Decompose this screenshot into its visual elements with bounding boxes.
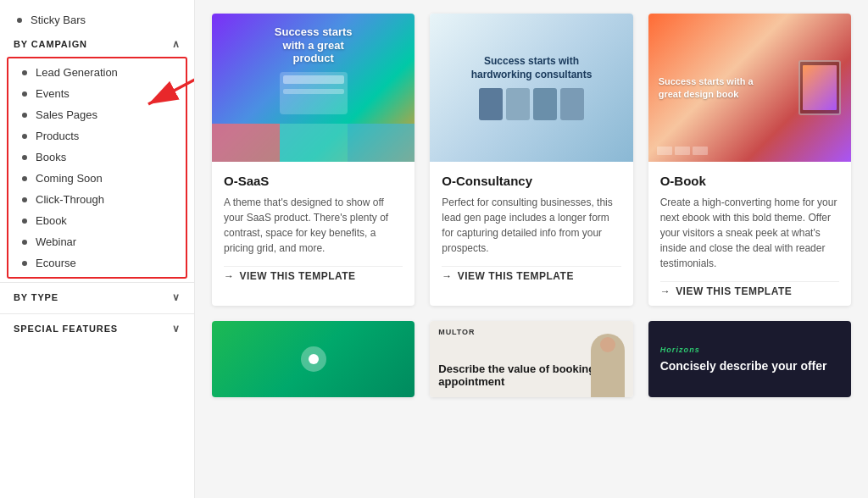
book-cta-label: VIEW THIS TEMPLATE bbox=[676, 285, 792, 297]
bullet-icon bbox=[22, 70, 27, 75]
green-circle-icon bbox=[301, 346, 326, 372]
template-image-book: Success starts with a great design book bbox=[648, 14, 851, 162]
sidebar: Sticky Bars BY CAMPAIGN ∧ bbox=[0, 0, 195, 498]
consultancy-people-graphic bbox=[479, 88, 584, 120]
bullet-icon bbox=[22, 197, 27, 202]
sidebar-label-click-through: Click-Through bbox=[36, 193, 104, 206]
sidebar-item-webinar[interactable]: Webinar bbox=[8, 231, 186, 252]
saas-card-title: O-SaaS bbox=[224, 174, 403, 188]
bullet-icon bbox=[22, 134, 27, 139]
campaign-items-list: Lead Generation Events Sales Pages Produ… bbox=[8, 58, 186, 277]
sidebar-label-events: Events bbox=[36, 87, 70, 100]
book-card-title: O-Book bbox=[660, 174, 839, 188]
book-card-description: Create a high-converting home for your n… bbox=[660, 195, 839, 271]
consultancy-cta-label: VIEW THIS TEMPLATE bbox=[458, 270, 574, 282]
bullet-icon bbox=[22, 155, 27, 160]
templates-grid: Success startswith a greatproduct O-SaaS… bbox=[212, 14, 851, 306]
book-view-template-link[interactable]: → VIEW THIS TEMPLATE bbox=[660, 281, 839, 297]
saas-card-description: A theme that's designed to show off your… bbox=[224, 195, 403, 256]
bullet-icon bbox=[17, 18, 22, 23]
sidebar-by-campaign-header[interactable]: BY CAMPAIGN ∧ bbox=[0, 31, 194, 57]
sidebar-label-ebook: Ebook bbox=[36, 214, 67, 227]
sidebar-item-products[interactable]: Products bbox=[8, 125, 186, 147]
bullet-icon bbox=[22, 261, 27, 266]
sidebar-label-sticky-bars: Sticky Bars bbox=[31, 14, 86, 26]
sidebar-label-products: Products bbox=[36, 130, 79, 142]
arrow-right-icon-2: → bbox=[442, 270, 452, 282]
consultancy-card-description: Perfect for consulting businesses, this … bbox=[442, 195, 620, 256]
bottom-card-multor: MULTOR Describe the value of booking an … bbox=[430, 321, 632, 397]
sidebar-item-ebook[interactable]: Ebook bbox=[8, 210, 186, 231]
horizons-headline-text: Concisely describe your offer bbox=[660, 359, 827, 374]
saas-mockup-graphic bbox=[280, 72, 348, 114]
sidebar-label-webinar: Webinar bbox=[36, 235, 76, 248]
by-type-label: BY TYPE bbox=[14, 292, 58, 302]
sidebar-by-type-header[interactable]: BY TYPE ∨ bbox=[0, 282, 194, 310]
campaign-list-box: Lead Generation Events Sales Pages Produ… bbox=[7, 57, 187, 279]
saas-card-body: O-SaaS A theme that's designed to show o… bbox=[212, 162, 415, 290]
bottom-card-multor-image: MULTOR Describe the value of booking an … bbox=[430, 321, 632, 397]
sidebar-section-by-campaign: BY CAMPAIGN ∧ Lead Generation Events S bbox=[0, 31, 194, 279]
bullet-icon bbox=[22, 219, 27, 224]
bottom-template-cards: MULTOR Describe the value of booking an … bbox=[212, 321, 851, 397]
sidebar-label-coming-soon: Coming Soon bbox=[36, 172, 103, 185]
consultancy-card-body: O-Consultancy Perfect for consulting bus… bbox=[430, 162, 632, 290]
sidebar-label-sales-pages: Sales Pages bbox=[36, 108, 97, 121]
book-image-headline: Success starts with a great design book bbox=[659, 75, 759, 100]
chevron-down-icon: ∨ bbox=[172, 291, 181, 303]
sidebar-label-books: Books bbox=[36, 151, 66, 163]
saas-color-blocks bbox=[212, 124, 415, 162]
sidebar-item-sticky-bars[interactable]: Sticky Bars bbox=[0, 8, 194, 31]
consultancy-card-title: O-Consultancy bbox=[442, 174, 620, 188]
sidebar-item-lead-gen[interactable]: Lead Generation bbox=[8, 62, 186, 83]
sidebar-section-by-type: BY TYPE ∨ bbox=[0, 282, 194, 310]
sidebar-item-sales-pages[interactable]: Sales Pages bbox=[8, 104, 186, 125]
bullet-icon bbox=[22, 176, 27, 181]
sidebar-special-features-header[interactable]: SPECIAL FEATURES ∨ bbox=[0, 313, 194, 341]
saas-image-headline: Success startswith a greatproduct bbox=[275, 25, 353, 65]
consultancy-image-headline: Success starts withhardworking consultan… bbox=[471, 55, 593, 81]
sidebar-section-special-features: SPECIAL FEATURES ∨ bbox=[0, 313, 194, 341]
main-content: Success startswith a greatproduct O-SaaS… bbox=[195, 0, 868, 498]
template-card-saas: Success startswith a greatproduct O-SaaS… bbox=[212, 14, 415, 306]
arrow-right-icon-3: → bbox=[660, 285, 670, 297]
bottom-card-green bbox=[212, 321, 415, 397]
saas-cta-label: VIEW THIS TEMPLATE bbox=[239, 270, 355, 282]
book-device-graphic bbox=[798, 60, 841, 115]
bottom-card-horizons: Horizons Concisely describe your offer bbox=[648, 321, 851, 397]
sidebar-item-click-through[interactable]: Click-Through bbox=[8, 189, 186, 210]
sidebar-label-ecourse: Ecourse bbox=[36, 257, 76, 269]
bullet-icon bbox=[22, 113, 27, 118]
arrow-right-icon: → bbox=[224, 270, 234, 282]
multor-person-graphic bbox=[591, 334, 625, 397]
sidebar-item-books[interactable]: Books bbox=[8, 147, 186, 168]
sidebar-label-lead-gen: Lead Generation bbox=[36, 66, 118, 79]
sidebar-item-coming-soon[interactable]: Coming Soon bbox=[8, 168, 186, 189]
multor-brand-label: MULTOR bbox=[438, 328, 475, 336]
bullet-icon bbox=[22, 240, 27, 245]
saas-view-template-link[interactable]: → VIEW THIS TEMPLATE bbox=[224, 266, 403, 282]
chevron-down-icon-2: ∨ bbox=[172, 323, 181, 335]
template-card-book: Success starts with a great design book … bbox=[648, 14, 851, 306]
bottom-card-horizons-image: Horizons Concisely describe your offer bbox=[648, 321, 851, 397]
consultancy-view-template-link[interactable]: → VIEW THIS TEMPLATE bbox=[442, 266, 620, 282]
horizons-brand-label: Horizons bbox=[660, 346, 700, 354]
template-image-consultancy: Success starts withhardworking consultan… bbox=[430, 14, 632, 162]
template-image-saas: Success startswith a greatproduct bbox=[212, 14, 415, 162]
book-card-body: O-Book Create a high-converting home for… bbox=[648, 162, 851, 306]
sidebar-item-ecourse[interactable]: Ecourse bbox=[8, 252, 186, 274]
bullet-icon bbox=[22, 91, 27, 97]
template-card-consultancy: Success starts withhardworking consultan… bbox=[430, 14, 632, 306]
by-campaign-label: BY CAMPAIGN bbox=[14, 39, 87, 49]
book-logos-graphic bbox=[657, 147, 708, 155]
bottom-card-green-image bbox=[212, 321, 415, 397]
chevron-up-icon: ∧ bbox=[172, 38, 181, 50]
special-features-label: SPECIAL FEATURES bbox=[14, 324, 118, 334]
sidebar-item-events[interactable]: Events bbox=[8, 83, 186, 104]
